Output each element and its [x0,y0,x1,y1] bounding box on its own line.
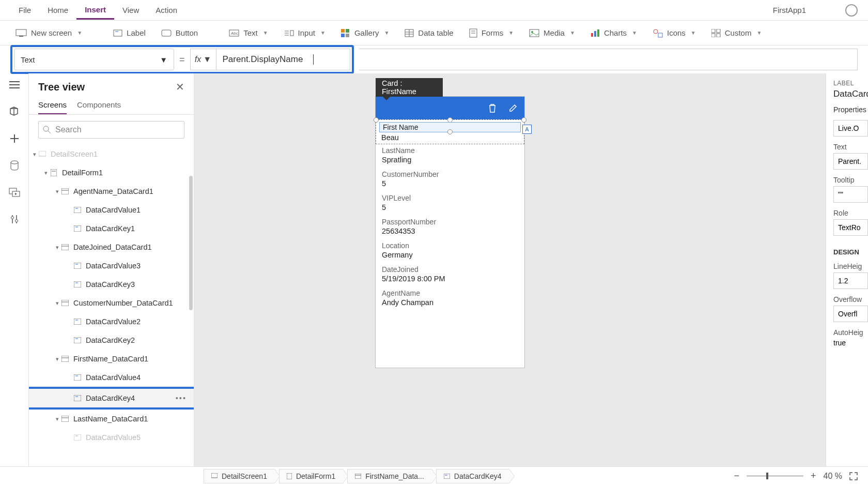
label-icon [444,474,450,479]
tree-list: ▾DetailScreen1 ▾DetailForm1 ▾AgentName_D… [29,145,194,466]
prop-role[interactable]: TextRo [833,219,868,236]
hamburger-icon[interactable] [8,79,21,91]
tab-screens[interactable]: Screens [38,96,67,114]
more-icon[interactable]: ••• [176,394,187,402]
properties-panel: LABEL DataCard Properties Live.O Text Pa… [826,73,868,466]
resize-handle[interactable] [521,117,526,123]
formula-input[interactable]: Parent.DisplayName [216,49,350,70]
delete-icon[interactable] [488,103,497,113]
prop-overflow-label: Overflow [833,295,868,304]
tree-view-icon[interactable] [8,105,21,118]
resize-handle[interactable] [447,129,453,134]
status-bar: DetailScreen1 DetailForm1 FirstName_Data… [0,466,868,485]
edit-icon[interactable] [509,104,517,112]
data-icon[interactable] [8,159,21,172]
zoom-in-button[interactable]: + [811,471,816,481]
icons-button[interactable]: Icons▼ [647,25,701,41]
custom-button[interactable]: Custom▼ [706,25,767,40]
close-icon[interactable]: ✕ [176,81,184,93]
text-button[interactable]: Abc Text▼ [224,25,273,40]
forms-icon [469,28,477,38]
svg-rect-32 [717,34,720,37]
prop-lineheight-label: LineHeig [833,262,868,270]
menu-view[interactable]: View [114,2,147,19]
field-agentname[interactable]: AgentNameAndy Champan [376,287,524,311]
zoom-slider[interactable] [747,475,803,477]
add-icon[interactable] [8,132,21,145]
tree-node-value[interactable]: DataCardValue3 [29,256,194,275]
canvas[interactable]: Card : FirstName First Name A Beau LastN… [194,73,826,466]
tree-node-card[interactable]: ▾FirstName_DataCard1 [29,350,194,368]
search-input[interactable]: Search [38,121,184,139]
prop-text[interactable]: Parent. [833,153,868,170]
menu-action[interactable]: Action [147,2,185,19]
zoom-out-button[interactable]: − [734,471,739,481]
input-button[interactable]: Input▼ [278,25,331,40]
tree-node-key[interactable]: DataCardKey1 [29,219,194,238]
breadcrumb-item[interactable]: DetailScreen1 [204,469,275,483]
field-datejoined[interactable]: DateJoined5/19/2019 8:00 PM [376,263,524,287]
design-section: DESIGN [833,248,868,256]
field-viplevel[interactable]: VIPLevel5 [376,192,524,216]
menu-insert[interactable]: Insert [76,1,114,20]
user-avatar-icon[interactable] [845,4,858,17]
tab-properties[interactable]: Properties [833,105,868,114]
label-button[interactable]: Label [108,25,151,40]
charts-button[interactable]: Charts▼ [585,25,642,40]
breadcrumb-item[interactable]: FirstName_Data... [347,469,432,483]
tree-node-value[interactable]: DataCardValue2 [29,312,194,331]
menu-file[interactable]: File [10,2,39,19]
field-customernumber[interactable]: CustomerNumber5 [376,168,524,192]
prop-lineheight[interactable]: 1.2 [833,272,868,289]
media-button[interactable]: Media▼ [524,25,580,40]
app-name: FirstApp1 [773,6,806,14]
lock-icon: A [522,125,532,134]
tree-node-value[interactable]: DataCardValue4 [29,368,194,387]
selected-card-firstname[interactable]: First Name A Beau [376,119,524,144]
breadcrumb-item[interactable]: DetailForm1 [279,469,343,483]
tree-node-key[interactable]: DataCardKey3 [29,275,194,294]
data-table-button[interactable]: Data table [399,25,458,40]
tab-components[interactable]: Components [77,96,121,114]
svg-rect-57 [61,244,69,250]
button-button[interactable]: Button [156,25,203,40]
search-icon [43,126,51,134]
zoom-value: 40 % [824,472,842,481]
svg-rect-2 [114,30,122,36]
charts-icon [591,29,600,37]
resize-handle[interactable] [374,117,379,123]
menu-home[interactable]: Home [39,2,76,19]
fullscreen-icon[interactable] [849,472,858,480]
tree-node-key[interactable]: DataCardKey2 [29,331,194,350]
prop-overflow[interactable]: Overfl [833,306,868,322]
prop-live[interactable]: Live.O [833,120,868,137]
svg-rect-77 [74,434,81,441]
tree-node-card[interactable]: ▾CustomerNumber_DataCard1 [29,294,194,312]
tree-node-form[interactable]: ▾DetailForm1 [29,163,194,182]
tree-node-key-selected[interactable]: DataCardKey4••• [29,389,194,407]
formula-input-extended[interactable] [359,49,858,70]
svg-rect-67 [74,337,81,343]
svg-rect-25 [594,31,596,37]
gallery-button[interactable]: Gallery▼ [336,25,394,40]
fx-button[interactable]: fx▼ [190,49,216,70]
tree-node-value[interactable]: DataCardValue1 [29,201,194,219]
new-screen-button[interactable]: New screen▼ [10,25,87,40]
tree-node-card[interactable]: ▾LastName_DataCard1 [29,410,194,428]
tree-node-value[interactable]: DataCardValue5 [29,428,194,447]
media-rail-icon[interactable] [8,186,21,199]
field-location[interactable]: LocationGermany [376,239,524,263]
tree-node-screen[interactable]: ▾DetailScreen1 [29,145,194,163]
advanced-icon[interactable] [8,213,21,225]
tree-node-card[interactable]: ▾DateJoined_DataCard1 [29,238,194,256]
chevron-down-icon: ▼ [263,30,268,36]
field-lastname[interactable]: LastNameSpratling [376,144,524,168]
forms-button[interactable]: Forms▼ [464,25,519,41]
svg-point-27 [654,29,658,34]
breadcrumb-item[interactable]: DataCardKey4 [436,469,509,483]
prop-tooltip[interactable]: "" [833,186,868,203]
property-dropdown[interactable]: Text ▼ [14,49,174,70]
tree-node-card[interactable]: ▾AgentName_DataCard1 [29,182,194,201]
form-preview[interactable]: Card : FirstName First Name A Beau LastN… [375,96,525,368]
field-passport[interactable]: PassportNumber25634353 [376,216,524,239]
